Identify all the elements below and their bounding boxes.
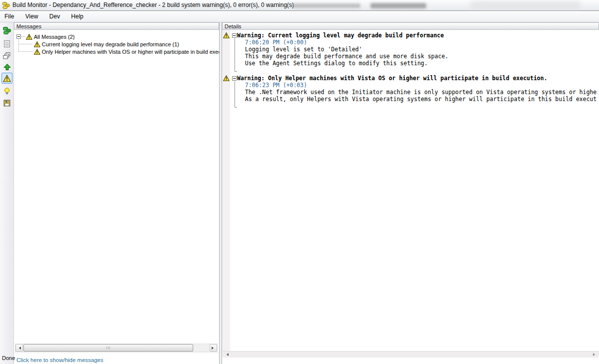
tree-item-label: Only Helper machines with Vista OS or hi… — [42, 49, 219, 55]
warning-triangle-icon — [223, 75, 230, 81]
agent-button[interactable] — [1, 62, 12, 73]
tree-connector-line — [18, 38, 19, 52]
detail-line: Logging level is set to 'Detailed' — [245, 46, 599, 53]
redacted-text-blur — [292, 3, 360, 8]
tree-connector-line — [19, 44, 32, 44]
redacted-text-blur — [370, 3, 426, 8]
tree-item-warning-2[interactable]: Only Helper machines with Vista OS or hi… — [33, 48, 219, 55]
title-bar: Build Monitor - Dependancy_And_Refferenc… — [0, 0, 599, 11]
report-button[interactable] — [1, 38, 12, 49]
warning-triangle-icon — [3, 75, 11, 82]
left-arrow-icon — [225, 353, 229, 356]
details-entry-2: Warning: Only Helper machines with Vista… — [222, 75, 599, 103]
details-panel-header: Details — [222, 22, 599, 30]
messages-horizontal-scrollbar[interactable] — [15, 344, 218, 352]
menu-dev[interactable]: Dev — [45, 11, 64, 22]
green-blocks-icon — [2, 26, 11, 35]
detail-line: As a result, only Helpers with Vista ope… — [245, 96, 599, 103]
tree-item-warning-1[interactable]: Current logging level may degrade build … — [33, 40, 179, 48]
save-button[interactable] — [1, 98, 12, 109]
messages-toggle-row: Click here to show/hide messages — [14, 353, 219, 364]
messages-panel-header: Messages — [14, 22, 219, 30]
detail-line: The .Net framework used on the Initiator… — [245, 89, 599, 96]
entry-header: Warning: Only Helper machines with Vista… — [232, 75, 599, 82]
menu-help[interactable]: Help — [67, 11, 88, 22]
scroll-left-button[interactable] — [15, 344, 23, 352]
timestamp: 7:06:20 PM (+0:00) — [245, 39, 599, 46]
window-title: Build Monitor - Dependancy_And_Refferenc… — [12, 0, 294, 11]
tree-item-label: All Messages (2) — [34, 34, 75, 40]
right-arrow-icon — [593, 353, 597, 356]
warning-title: Warning: Current logging level may degra… — [237, 32, 444, 39]
entry-header: Warning: Current logging level may degra… — [232, 32, 599, 39]
scroll-right-button[interactable] — [210, 344, 217, 352]
tree-item-label: Current logging level may degrade build … — [42, 41, 179, 47]
side-toolbar — [0, 22, 14, 364]
collapse-toggle[interactable] — [232, 76, 237, 81]
details-horizontal-scrollbar[interactable] — [223, 351, 599, 358]
warning-body: 7:06:23 PM (+0:03) The .Net framework us… — [245, 82, 599, 103]
messages-panel: Messages All Messages (2) Current loggin… — [14, 22, 219, 364]
warning-body: 7:06:20 PM (+0:00) Logging level is set … — [245, 39, 599, 67]
app-logo-button[interactable] — [1, 25, 12, 36]
detail-line: Use the Agent Settings dialog to modify … — [245, 60, 599, 67]
collapse-toggle[interactable] — [16, 34, 21, 39]
tree-connector-line — [21, 36, 25, 37]
warning-triangle-icon — [34, 41, 40, 47]
tree-connector-line — [19, 51, 32, 52]
green-up-arrow-icon — [3, 63, 11, 71]
cascade-windows-button[interactable] — [1, 50, 12, 61]
details-content: Warning: Current logging level may degra… — [222, 30, 599, 351]
floppy-disk-icon — [3, 99, 11, 107]
right-arrow-icon — [212, 347, 215, 350]
collapse-toggle[interactable] — [232, 33, 237, 38]
messages-tree: All Messages (2) Current logging level m… — [14, 30, 219, 344]
app-logo-icon — [2, 1, 10, 9]
scrollbar-thumb[interactable] — [23, 344, 193, 352]
warning-triangle-icon — [26, 34, 32, 40]
left-arrow-icon — [17, 347, 21, 350]
details-entry-1: Warning: Current logging level may degra… — [222, 32, 599, 67]
details-panel: Details Warning: Current logging level m… — [222, 22, 599, 364]
menu-file[interactable]: File — [0, 11, 18, 22]
scrollbar-track[interactable] — [23, 344, 210, 352]
tips-button[interactable] — [1, 86, 12, 97]
timestamp: 7:06:23 PM (+0:03) — [245, 82, 599, 89]
tree-item-all-messages[interactable]: All Messages (2) — [16, 33, 75, 40]
warning-triangle-icon — [223, 32, 230, 38]
menu-view[interactable]: View — [21, 11, 43, 22]
menu-bar: File View Dev Help — [0, 11, 599, 22]
detail-line: This may degrade build performance and u… — [245, 53, 599, 60]
report-icon — [3, 40, 11, 48]
status-text: Done — [2, 355, 15, 361]
show-hide-messages-link[interactable]: Click here to show/hide messages — [16, 357, 104, 363]
cascade-windows-icon — [3, 52, 11, 60]
lightbulb-icon — [3, 87, 11, 95]
warning-title: Warning: Only Helper machines with Vista… — [237, 75, 547, 82]
warnings-button[interactable] — [1, 73, 12, 84]
background-window-blur — [471, 1, 580, 8]
warning-triangle-icon — [34, 49, 40, 55]
